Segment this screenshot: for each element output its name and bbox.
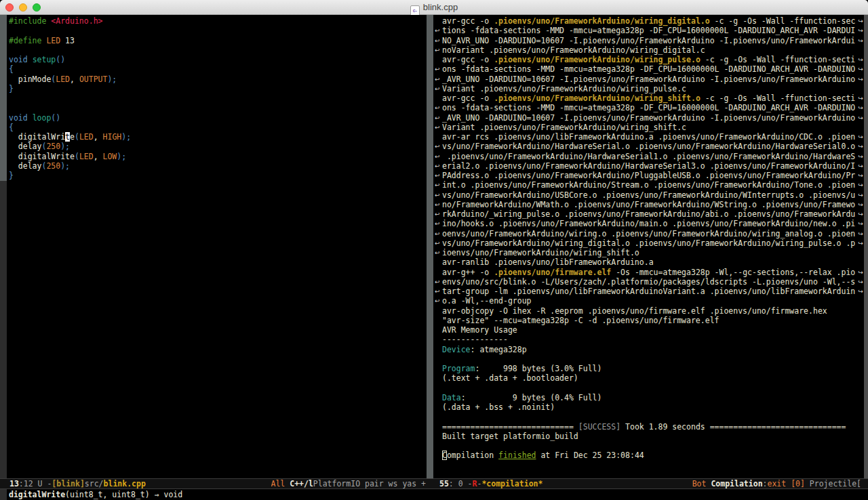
text-segment: [0]: [791, 479, 810, 488]
text-segment: avr-gcc -o: [442, 16, 494, 26]
text-segment: :: [449, 479, 458, 488]
text-segment: tart-group -lm .pioenvs/uno/libFramework…: [442, 287, 855, 296]
code-line: delay(250);: [9, 161, 422, 171]
code-line: [9, 103, 422, 113]
text-segment: Data: [442, 393, 461, 402]
code-line: digitalWrite(LED, HIGH);: [9, 132, 422, 142]
code-line: [9, 93, 422, 104]
compilation-line: avr-objcopy -O ihex -R .eeprom .pioenvs/…: [435, 306, 864, 316]
text-segment: LED: [56, 75, 70, 84]
text-segment: : 998 bytes (3.0% Full): [475, 364, 601, 373]
line-wrap-right-icon: ↪: [858, 114, 863, 123]
line-wrap-left-icon: ↩: [435, 230, 440, 238]
compilation-line: ↩int.o .pioenvs/uno/FrameworkArduino/Str…: [435, 180, 864, 190]
compilation-line: ↩Variant .pioenvs/uno/FrameworkArduino/w…: [435, 84, 864, 94]
text-segment: ompilation: [447, 451, 498, 460]
text-segment: Variant .pioenvs/uno/FrameworkArduino/wi…: [442, 123, 686, 132]
text-segment: envs/uno/src/blink.o -L/Users/zach/.plat…: [442, 277, 855, 287]
text-segment: );: [117, 152, 126, 161]
text-segment: -c -g -Os -Wall -ffunction-secti: [701, 55, 855, 64]
line-wrap-left-icon: ↩: [435, 104, 440, 112]
text-segment: [blink]: [52, 479, 84, 488]
compilation-line: (.data + .bss + .noinit): [435, 402, 864, 413]
text-segment: vs/uno/FrameworkArduino/USBCore.o .pioen…: [442, 190, 855, 200]
modeline-right-modes[interactable]: Bot Compilation:exit [0] Projectile[: [692, 479, 861, 488]
text-segment: (.data + .bss + .noinit): [442, 402, 555, 412]
text-segment: exit: [768, 479, 791, 488]
text-segment: ============================: [442, 422, 578, 432]
compilation-text: tart-group -lm .pioenvs/uno/libFramework…: [442, 287, 855, 296]
line-wrap-left-icon: ↩: [435, 123, 440, 132]
text-segment: digitalWrite: [9, 152, 75, 161]
text-segment: delay: [9, 161, 41, 171]
text-segment: digitalWri: [9, 132, 65, 142]
compilation-line: Built target platformio_build: [435, 432, 864, 442]
text-segment: void: [9, 113, 28, 123]
text-segment: void: [9, 55, 28, 64]
text-segment: finished: [498, 451, 536, 460]
compilation-line: ============================ [SUCCESS] T…: [435, 422, 864, 432]
compilation-scrollbar[interactable]: [427, 15, 433, 489]
source-scrollbar-thumb[interactable]: [0, 15, 7, 181]
compilation-window[interactable]: avr-gcc -o .pioenvs/uno/FrameworkArduino…: [435, 16, 864, 463]
source-window[interactable]: #include <Arduino.h>#define LED 13void s…: [9, 16, 422, 463]
text-segment: digitalWrite: [9, 490, 65, 499]
text-segment: Projectile[: [810, 479, 861, 488]
modeline-left-modes[interactable]: All C++/lPlatformIO pair ws yas +: [271, 479, 427, 488]
text-segment: avr-objcopy -O ihex -R .eeprom .pioenvs/…: [442, 306, 827, 316]
code-line: [9, 26, 422, 36]
compilation-text: NO_AVR_UNO -DARDUINO=10607 -I.pioenvs/un…: [442, 36, 855, 45]
compilation-text: o.a -Wl,--end-group: [442, 296, 532, 306]
text-segment: blink.cpp: [104, 479, 146, 488]
line-wrap-right-icon: ↪: [858, 220, 863, 228]
compilation-line: avr-gcc -o .pioenvs/uno/FrameworkArduino…: [435, 16, 864, 26]
compilation-line: avr-gcc -o .pioenvs/uno/FrameworkArduino…: [435, 55, 864, 65]
text-segment: :: [763, 479, 768, 488]
line-wrap-right-icon: ↪: [858, 162, 863, 171]
line-wrap-right-icon: ↪: [858, 268, 863, 277]
text-segment: pinMode: [9, 75, 51, 84]
modeline-left-info[interactable]: 13:12 U -[blink]src/blink.cpp: [9, 479, 146, 488]
compilation-line: ↩tart-group -lm .pioenvs/uno/libFramewor…: [435, 287, 864, 297]
text-segment: AVR Memory Usage: [442, 325, 517, 335]
text-segment: --------------: [442, 335, 508, 344]
text-segment: Compilation: [711, 479, 762, 488]
text-segment: 13: [60, 36, 75, 45]
line-wrap-left-icon: ↩: [435, 249, 440, 257]
text-segment: tions -fdata-sections -MMD -mmcu=atmega3…: [442, 26, 855, 35]
line-wrap-right-icon: ↪: [858, 65, 863, 74]
line-wrap-left-icon: ↩: [435, 181, 440, 190]
line-wrap-right-icon: ↪: [858, 201, 863, 209]
compilation-line: [435, 441, 864, 451]
compilation-line: ↩ino/hooks.o .pioenvs/uno/FrameworkArdui…: [435, 219, 864, 229]
line-wrap-left-icon: ↩: [435, 201, 440, 209]
compilation-text: vs/uno/FrameworkArduino/HardwareSerial.o…: [442, 142, 855, 151]
text-segment: LED: [79, 152, 94, 161]
source-scrollbar[interactable]: [0, 15, 7, 500]
modeline-right-info[interactable]: 55: 0 -R-*compilation*: [439, 479, 542, 488]
text-segment: );: [121, 132, 131, 142]
compilation-line: AVR Memory Usage: [435, 325, 864, 335]
compilation-text: envs/uno/src/blink.o -L/Users/zach/.plat…: [442, 277, 855, 287]
compilation-line: ↩NO_AVR_UNO -DARDUINO=10607 -I.pioenvs/u…: [435, 36, 864, 46]
text-segment: -c -g -Os -Wall -ffunction-secti: [701, 93, 855, 103]
compilation-line: ↩o.a -Wl,--end-group: [435, 296, 864, 306]
text-segment: Device: [442, 345, 471, 354]
text-segment: {: [9, 123, 14, 132]
compilation-text: no/FrameworkArduino/WMath.o .pioenvs/uno…: [442, 200, 855, 209]
text-segment: ,: [94, 152, 103, 161]
text-segment: -Os -mmcu=atmega328p -Wl,--gc-sections,-…: [611, 268, 855, 277]
line-wrap-right-icon: ↪: [858, 287, 863, 296]
compilation-text: noVariant .pioenvs/uno/FrameworkArduino/…: [442, 45, 705, 55]
text-segment: .pioenvs/uno/FrameworkArduino/HardwareSe…: [442, 152, 855, 161]
text-segment: src/: [85, 479, 104, 488]
line-wrap-left-icon: ↩: [435, 191, 440, 200]
compilation-text: avr-objcopy -O ihex -R .eeprom .pioenvs/…: [442, 306, 827, 316]
compilation-line: ↩erial2.o .pioenvs/uno/FrameworkArduino/…: [435, 161, 864, 171]
text-segment: (: [75, 152, 79, 161]
text-segment: -c -g -Os -Wall -ffunction-sec: [710, 16, 856, 26]
compilation-line: ↩oenvs/uno/FrameworkArduino/wiring.o .pi…: [435, 229, 864, 239]
line-wrap-right-icon: ↪: [858, 230, 863, 238]
compilation-text: oenvs/uno/FrameworkArduino/wiring.o .pio…: [442, 229, 855, 238]
line-wrap-right-icon: ↪: [858, 75, 863, 84]
